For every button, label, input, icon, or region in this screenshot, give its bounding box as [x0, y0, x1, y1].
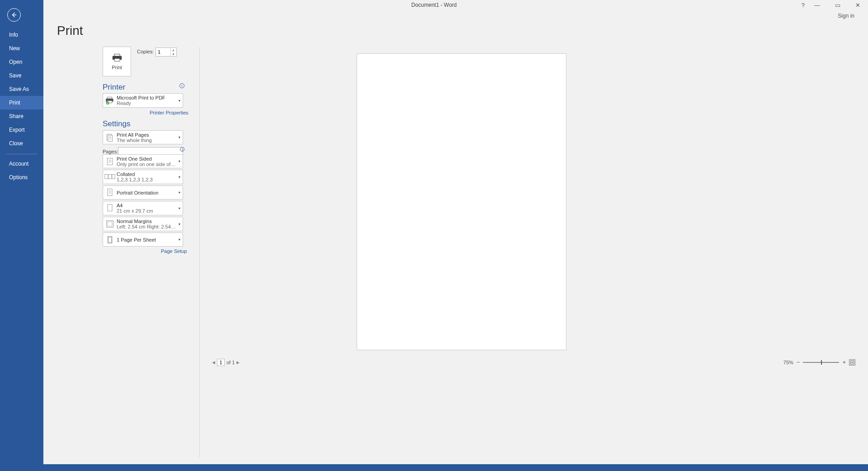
- preview-page-nav: ◀ of 1 ▶: [212, 359, 240, 366]
- svg-point-3: [120, 57, 121, 58]
- pps-title: 1 Page Per Sheet: [117, 237, 176, 243]
- panel-divider: [199, 47, 200, 457]
- paper-title: A4: [117, 203, 176, 208]
- printer-ready-icon: [103, 96, 117, 105]
- current-page-input[interactable]: [217, 359, 225, 366]
- pages-info-icon[interactable]: i: [180, 147, 184, 152]
- page-preview: [357, 53, 566, 350]
- status-bar: [43, 464, 868, 471]
- backstage-sidebar: Info New Open Save Save As Print Share E…: [0, 0, 43, 471]
- print-panel: Print Print Copies: ▲ ▼ Printer i: [43, 0, 868, 459]
- zoom-thumb[interactable]: [821, 360, 822, 365]
- single-side-icon: [103, 157, 117, 166]
- sidebar-item-new[interactable]: New: [0, 42, 43, 55]
- zoom-in-button[interactable]: +: [842, 359, 846, 366]
- svg-rect-15: [108, 205, 112, 211]
- sidebar-item-export[interactable]: Export: [0, 123, 43, 137]
- chevron-down-icon: ▼: [176, 136, 183, 139]
- svg-rect-9: [108, 135, 113, 141]
- page-setup-link[interactable]: Page Setup: [161, 248, 187, 254]
- paper-icon: [103, 204, 117, 213]
- sidebar-item-saveas[interactable]: Save As: [0, 82, 43, 96]
- margins-desc: Left: 2.54 cm Right: 2.54 cm: [117, 224, 176, 229]
- sidebar-item-open[interactable]: Open: [0, 55, 43, 69]
- collate-dropdown[interactable]: Collated 1,2,3 1,2,3 1,2,3 ▼: [103, 170, 183, 184]
- margins-icon: [103, 219, 117, 228]
- zoom-out-button[interactable]: −: [797, 359, 800, 366]
- page-heading: Print: [57, 24, 83, 38]
- print-button-label: Print: [112, 65, 122, 70]
- orientation-dropdown[interactable]: Portrait Orientation ▼: [103, 186, 183, 200]
- collate-title: Collated: [117, 171, 176, 177]
- side-dropdown[interactable]: Print One Sided Only print on one side o…: [103, 154, 183, 168]
- chevron-down-icon: ▼: [176, 160, 183, 163]
- nav-items: Info New Open Save Save As Print Share E…: [0, 28, 43, 184]
- copies-spinner[interactable]: ▲ ▼: [156, 48, 177, 57]
- prev-page-button[interactable]: ◀: [212, 360, 215, 365]
- svg-rect-13: [112, 174, 115, 179]
- svg-rect-5: [107, 97, 112, 98]
- paper-size-dropdown[interactable]: A4 21 cm x 29.7 cm ▼: [103, 201, 183, 215]
- sidebar-item-share[interactable]: Share: [0, 109, 43, 123]
- print-button[interactable]: Print: [103, 47, 131, 76]
- chevron-down-icon: ▼: [176, 238, 183, 241]
- print-scope-title: Print All Pages: [117, 132, 176, 138]
- sidebar-item-account[interactable]: Account: [0, 157, 43, 171]
- copies-label: Copies:: [137, 49, 154, 54]
- chevron-down-icon: ▼: [176, 191, 183, 194]
- sidebar-item-options[interactable]: Options: [0, 171, 43, 184]
- copies-input[interactable]: [156, 48, 170, 56]
- zoom-percent: 75%: [783, 360, 793, 365]
- sidebar-item-print[interactable]: Print: [0, 96, 43, 109]
- pages-stack-icon: [103, 133, 117, 142]
- chevron-down-icon: ▼: [176, 99, 183, 102]
- orientation-title: Portrait Orientation: [117, 190, 176, 195]
- side-title: Print One Sided: [117, 156, 176, 162]
- copies-down[interactable]: ▼: [171, 52, 176, 56]
- printer-status: Ready: [117, 100, 176, 106]
- pages-label: Pages:: [103, 149, 118, 154]
- chevron-down-icon: ▼: [176, 207, 183, 210]
- zoom-fit-button[interactable]: [849, 359, 855, 366]
- printer-icon: [112, 53, 123, 62]
- sidebar-item-close[interactable]: Close: [0, 137, 43, 150]
- collate-icon: [103, 173, 117, 181]
- svg-rect-11: [105, 174, 108, 179]
- back-button[interactable]: [7, 8, 21, 22]
- pps-icon: [103, 235, 117, 244]
- printer-properties-link[interactable]: Printer Properties: [150, 110, 189, 115]
- chevron-down-icon: ▼: [176, 176, 183, 179]
- portrait-icon: [103, 188, 117, 197]
- page-total: of 1: [226, 360, 235, 365]
- next-page-button[interactable]: ▶: [236, 360, 240, 365]
- chevron-down-icon: ▼: [176, 223, 183, 226]
- margins-title: Normal Margins: [117, 219, 176, 224]
- print-scope-dropdown[interactable]: Print All Pages The whole thing ▼: [103, 130, 183, 144]
- sidebar-item-save[interactable]: Save: [0, 69, 43, 82]
- settings-section-title: Settings: [103, 119, 130, 128]
- side-desc: Only print on one side of th...: [117, 162, 176, 167]
- printer-section-title: Printer: [103, 83, 125, 92]
- svg-rect-10: [107, 158, 113, 165]
- zoom-controls: 75% − +: [783, 359, 855, 366]
- svg-rect-1: [114, 54, 120, 57]
- pages-per-sheet-dropdown[interactable]: 1 Page Per Sheet ▼: [103, 233, 183, 247]
- printer-info-icon[interactable]: i: [179, 83, 184, 88]
- svg-rect-14: [108, 189, 112, 195]
- svg-rect-12: [108, 174, 112, 179]
- copies-up[interactable]: ▲: [171, 48, 176, 52]
- collate-desc: 1,2,3 1,2,3 1,2,3: [117, 177, 176, 182]
- nav-divider: [6, 154, 37, 154]
- printer-name: Microsoft Print to PDF: [117, 95, 176, 100]
- zoom-slider[interactable]: [803, 362, 839, 363]
- paper-desc: 21 cm x 29.7 cm: [117, 208, 176, 214]
- print-scope-desc: The whole thing: [117, 138, 176, 143]
- svg-rect-2: [114, 58, 120, 61]
- sidebar-item-info[interactable]: Info: [0, 28, 43, 42]
- margins-dropdown[interactable]: Normal Margins Left: 2.54 cm Right: 2.54…: [103, 217, 183, 231]
- printer-dropdown[interactable]: Microsoft Print to PDF Ready ▼: [103, 93, 183, 108]
